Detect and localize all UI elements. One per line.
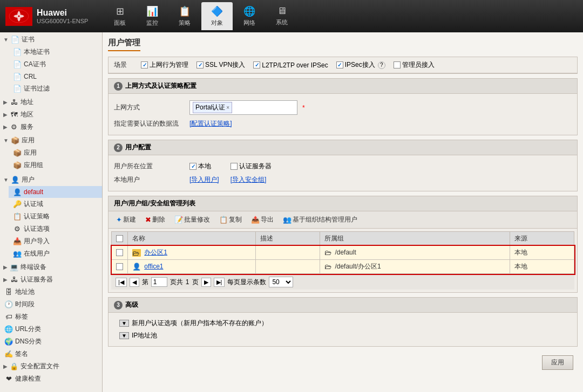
sidebar-item-online-user[interactable]: 👥 在线用户	[9, 247, 102, 260]
sidebar-item-service[interactable]: ▶ ⚙ 服务	[0, 121, 102, 133]
sidebar-item-auth-options[interactable]: ⚙ 认证选项	[9, 223, 102, 235]
sidebar-item-local-cert[interactable]: 📄 本地证书	[9, 46, 102, 58]
sidebar-item-auth-domain[interactable]: 🔑 认证域	[9, 198, 102, 210]
sidebar-item-app[interactable]: 📦 应用	[9, 147, 102, 159]
row2-cb[interactable]	[116, 263, 123, 270]
table-row[interactable]: 👤 office1 🗁 /default/办公区1 本地	[112, 260, 574, 274]
scene-option-internet[interactable]: 上网行为管理	[141, 60, 188, 70]
sidebar-item-url-category[interactable]: 🌐 URL分类	[0, 323, 102, 335]
url-category-label: URL分类	[15, 325, 41, 334]
row2-name-link[interactable]: office1	[144, 263, 163, 270]
address-label: 地址	[21, 98, 33, 107]
cb-ssl-vpn[interactable]	[196, 61, 204, 68]
tab-policy-label: 策略	[179, 19, 191, 27]
help-icon[interactable]: ?	[378, 61, 385, 69]
row1-checkbox[interactable]	[112, 246, 128, 260]
copy-button[interactable]: 📋 复制	[216, 214, 245, 225]
scene-option-ssl-vpn[interactable]: SSL VPN接入	[196, 60, 245, 70]
sidebar-item-tag[interactable]: 🏷 标签	[0, 311, 102, 323]
portal-tag-close[interactable]: ×	[226, 105, 229, 111]
tab-object[interactable]: 🔷 对象	[201, 2, 233, 30]
row1-name-link[interactable]: 办公区1	[144, 249, 167, 256]
col-checkbox	[112, 232, 128, 246]
export-button[interactable]: 📤 导出	[248, 214, 277, 225]
sidebar-item-addr-pool[interactable]: 🗄 地址池	[0, 286, 102, 298]
cb-internet[interactable]	[141, 61, 148, 68]
sidebar-item-health-check[interactable]: ❤ 健康检查	[0, 373, 102, 385]
apply-button[interactable]: 应用	[542, 355, 573, 370]
page-last-btn[interactable]: ▶|	[214, 278, 225, 287]
tab-dashboard[interactable]: ⊞ 面板	[104, 2, 135, 30]
row2-checkbox[interactable]	[112, 260, 128, 274]
page-number-input[interactable]	[151, 277, 167, 287]
sidebar-item-crl[interactable]: 📄 CRL	[9, 71, 102, 82]
page-prev-btn[interactable]: ◀	[130, 278, 139, 287]
auth-policy-link[interactable]: [配置认证策略]	[189, 119, 232, 128]
user-label: 用户	[22, 175, 35, 184]
row1-name: 🗁 办公区1	[128, 246, 256, 260]
adv-item-ip-pool[interactable]: ▼ IP地址池	[114, 329, 572, 342]
sidebar-item-appgroup[interactable]: 📦 应用组	[9, 159, 102, 171]
local-cert-label: 本地证书	[24, 47, 50, 57]
adv-toggle-ip-pool[interactable]: ▼	[119, 332, 129, 339]
tab-monitor-label: 监控	[146, 19, 158, 27]
tab-system[interactable]: 🖥 系统	[266, 2, 297, 30]
auth-domain-label: 认证域	[24, 200, 43, 209]
location-auth-server[interactable]: 认证服务器	[231, 162, 272, 171]
scene-option-admin[interactable]: 管理员接入	[394, 60, 435, 70]
sidebar-item-time[interactable]: 🕐 时间段	[0, 298, 102, 311]
select-all-cb[interactable]	[116, 235, 123, 242]
auth-server-icon: 🖧	[10, 276, 18, 284]
user-import-icon: 📥	[13, 237, 22, 246]
dashboard-icon: ⊞	[116, 5, 124, 17]
new-button[interactable]: ✦ 新建	[113, 214, 139, 225]
sidebar-item-region[interactable]: ▶ 🗺 地区	[0, 108, 102, 121]
section-3-body: ▼ 新用户认证选项（新用户指本地不存在的账户） ▼ IP地址池	[109, 313, 577, 346]
sidebar-item-cert-filter[interactable]: 📄 证书过滤	[9, 82, 102, 95]
sidebar-item-security-profile[interactable]: ▶ 🔒 安全配置文件	[0, 360, 102, 373]
scene-option-ipsec[interactable]: IPSec接入 ?	[336, 60, 385, 70]
sidebar-item-auth-policy[interactable]: 📋 认证策略	[9, 210, 102, 223]
table-row[interactable]: 🗁 办公区1 🗁 /default 本地	[112, 246, 574, 260]
scene-option-l2tp[interactable]: L2TP/L2TP over IPSec	[253, 61, 328, 69]
sidebar-item-dns-category[interactable]: 🌍 DNS分类	[0, 335, 102, 348]
tag-icon: 🏷	[4, 313, 13, 321]
sidebar-item-default[interactable]: 👤 default	[9, 186, 102, 198]
cb-admin[interactable]	[394, 61, 401, 68]
adv-toggle-new-user[interactable]: ▼	[119, 320, 129, 327]
batch-edit-button[interactable]: 📝 批量修改	[171, 214, 213, 225]
org-manage-button[interactable]: 👥 基于组织结构管理用户	[280, 214, 361, 225]
new-label: 新建	[123, 215, 136, 224]
sidebar-item-terminal[interactable]: ▶ 💻 终端设备	[0, 261, 102, 273]
per-page-select[interactable]: 50 100 200	[269, 277, 293, 287]
form-row-user-location: 用户所在位置 本地 认证服务器	[114, 160, 572, 173]
header-title: Huawei USG6000V1-ENSP	[37, 8, 88, 24]
page-next-btn[interactable]: ▶	[201, 278, 211, 287]
cb-local[interactable]	[189, 163, 196, 170]
page-first-btn[interactable]: |◀	[116, 278, 127, 287]
collapse-icon-user: ▼	[3, 177, 9, 183]
import-user-link[interactable]: [导入用户]	[189, 175, 219, 184]
time-icon: 🕐	[4, 300, 13, 309]
cert-filter-label: 证书过滤	[24, 84, 50, 93]
tab-network[interactable]: 🌐 网络	[234, 2, 265, 30]
tab-monitor[interactable]: 📊 监控	[137, 2, 168, 30]
cb-ipsec[interactable]	[336, 61, 343, 68]
cb-auth-server[interactable]	[231, 163, 238, 170]
sidebar-item-user-parent[interactable]: ▼ 👤 用户	[0, 174, 102, 186]
sidebar-item-cert[interactable]: ▼ 📄 证书	[0, 33, 102, 46]
sidebar-item-signature[interactable]: ✍ 签名	[0, 348, 102, 360]
sidebar-item-auth-server[interactable]: ▶ 🖧 认证服务器	[0, 273, 102, 286]
sidebar-item-ca-cert[interactable]: 📄 CA证书	[9, 58, 102, 71]
cb-l2tp[interactable]	[253, 61, 260, 68]
sidebar-item-address[interactable]: ▶ 🖧 地址	[0, 96, 102, 108]
adv-item-new-user-auth[interactable]: ▼ 新用户认证选项（新用户指本地不存在的账户）	[114, 317, 572, 329]
sidebar-item-user-import[interactable]: 📥 用户导入	[9, 235, 102, 247]
import-security-group-link[interactable]: [导入安全组]	[231, 175, 267, 184]
delete-button[interactable]: ✖ 删除	[142, 214, 168, 225]
tab-policy[interactable]: 📋 策略	[169, 2, 200, 30]
location-local[interactable]: 本地	[189, 162, 211, 171]
row1-cb[interactable]	[116, 249, 123, 256]
access-method-input[interactable]: Portal认证 ×	[189, 100, 297, 115]
sidebar-item-app-parent[interactable]: ▼ 📦 应用	[0, 134, 102, 147]
